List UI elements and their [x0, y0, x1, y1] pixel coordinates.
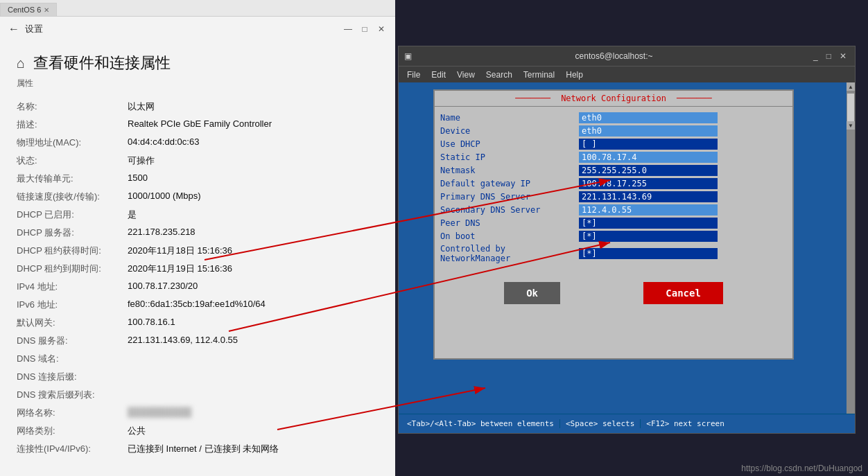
tab-close-icon[interactable]: ✕ [44, 6, 49, 14]
minimize-button[interactable]: — [342, 24, 354, 35]
maximize-button[interactable]: □ [359, 24, 370, 35]
taskbar: CentOS 6 ✕ [0, 0, 395, 17]
scroll-up-button[interactable]: ▲ [847, 82, 855, 91]
net-field-row: Device eth0 [440, 125, 787, 136]
menu-item-view[interactable]: View [451, 67, 480, 82]
prop-value: 221.131.143.69, 112.4.0.55 [128, 332, 379, 350]
prop-label: DNS 搜索后缀列表: [17, 386, 128, 404]
property-row: 状态: 可操作 [17, 152, 379, 170]
prop-value: Realtek PCIe GbE Family Controller [128, 116, 379, 134]
prop-label: 链接速度(接收/传输): [17, 188, 128, 206]
prop-label: IPv6 地址: [17, 296, 128, 314]
net-field-row: Default gateway IP 100.78.17.255 [440, 178, 787, 189]
prop-value: 公共 [128, 422, 379, 440]
scroll-thumb[interactable] [847, 94, 854, 121]
net-config-buttons: Ok Cancel [435, 282, 792, 304]
field-label: Use DHCP [440, 139, 579, 149]
property-row: DHCP 已启用: 是 [17, 206, 379, 224]
terminal-maximize[interactable]: □ [824, 51, 834, 61]
field-label: Static IP [440, 152, 579, 162]
ok-button[interactable]: Ok [504, 282, 560, 304]
terminal-titlebar: ▣ centos6@localhost:~ _ □ ✕ [399, 46, 855, 66]
settings-header: ⌂ 查看硬件和连接属性 [17, 42, 379, 76]
menu-item-edit[interactable]: Edit [426, 67, 451, 82]
terminal-body: ─────── Network Configuration ─────── Na… [399, 82, 855, 414]
field-label: Controlled by NetworkManager [440, 244, 579, 263]
settings-title: 设置 [25, 23, 43, 35]
prop-label: DNS 服务器: [17, 332, 128, 350]
prop-value: 2020年11月18日 15:16:36 [128, 242, 379, 260]
field-value: [*] [579, 231, 718, 242]
prop-label: DNS 连接后缀: [17, 368, 128, 386]
terminal-scrollbar[interactable]: ▲ ▼ [847, 82, 855, 414]
field-label: Netmask [440, 166, 579, 175]
net-config-content: Name eth0 Device eth0 Use DHCP [ ] Stati… [435, 107, 792, 271]
terminal-icon: ▣ [404, 51, 412, 61]
cancel-button[interactable]: Cancel [643, 282, 723, 304]
prop-label: DHCP 已启用: [17, 206, 128, 224]
prop-label: 状态: [17, 152, 128, 170]
tab-label: CentOS 6 [8, 6, 41, 14]
settings-titlebar: ← 设置 — □ ✕ [0, 17, 395, 42]
f12-hint: <F12> next screen [641, 419, 730, 428]
terminal-close[interactable]: ✕ [837, 51, 849, 61]
prop-value: ██████████ [128, 404, 379, 422]
property-row: 描述: Realtek PCIe GbE Family Controller [17, 116, 379, 134]
prop-value [128, 368, 379, 386]
net-field-row: Use DHCP [ ] [440, 139, 787, 150]
prop-value: 是 [128, 206, 379, 224]
close-button[interactable]: ✕ [376, 24, 387, 35]
menu-item-file[interactable]: File [401, 67, 426, 82]
property-row: IPv6 地址: fe80::6da1:35cb:19af:ee1d%10/64 [17, 296, 379, 314]
terminal-title: centos6@localhost:~ [417, 51, 810, 61]
page-title: 查看硬件和连接属性 [33, 53, 171, 73]
menu-item-search[interactable]: Search [480, 67, 518, 82]
field-label: Device [440, 126, 579, 136]
scroll-down-button[interactable]: ▼ [847, 121, 855, 130]
prop-value: 1000/1000 (Mbps) [128, 188, 379, 206]
prop-label: 网络名称: [17, 404, 128, 422]
net-field-row: Name eth0 [440, 112, 787, 123]
net-field-row: On boot [*] [440, 231, 787, 242]
field-value: 221.131.143.69 [579, 191, 718, 202]
field-value: 100.78.17.4 [579, 152, 718, 163]
menu-item-help[interactable]: Help [560, 67, 589, 82]
property-row: DHCP 租约获得时间: 2020年11月18日 15:16:36 [17, 242, 379, 260]
net-field-row: Secondary DNS Server 112.4.0.55 [440, 204, 787, 215]
watermark: https://blog.csdn.net/DuHuangod [741, 464, 862, 473]
settings-window: ← 设置 — □ ✕ ⌂ 查看硬件和连接属性 属性 名称: 以太网 描述: Re… [0, 17, 395, 476]
property-row: 网络名称: ██████████ [17, 404, 379, 422]
centos-tab[interactable]: CentOS 6 ✕ [0, 3, 57, 16]
field-value: 255.255.255.0 [579, 165, 718, 176]
prop-value: 可操作 [128, 152, 379, 170]
terminal-minimize[interactable]: _ [810, 51, 821, 61]
terminal-window: ▣ centos6@localhost:~ _ □ ✕ FileEditView… [398, 46, 856, 434]
field-label: On boot [440, 231, 579, 241]
prop-label: DHCP 租约到期时间: [17, 260, 128, 278]
menu-item-terminal[interactable]: Terminal [518, 67, 560, 82]
prop-label: 物理地址(MAC): [17, 134, 128, 152]
property-row: 链接速度(接收/传输): 1000/1000 (Mbps) [17, 188, 379, 206]
property-row: IPv4 地址: 100.78.17.230/20 [17, 278, 379, 296]
property-row: 网络类别: 公共 [17, 422, 379, 440]
property-row: DNS 服务器: 221.131.143.69, 112.4.0.55 [17, 332, 379, 350]
property-row: DNS 域名: [17, 350, 379, 368]
prop-value: 100.78.16.1 [128, 314, 379, 332]
property-row: 物理地址(MAC): 04:d4:c4:dd:0c:63 [17, 134, 379, 152]
property-row: DNS 搜索后缀列表: [17, 386, 379, 404]
back-button[interactable]: ← [8, 23, 19, 35]
space-hint: <Space> selects [560, 419, 641, 428]
prop-value: 2020年11月19日 15:16:36 [128, 260, 379, 278]
field-value: 112.4.0.55 [579, 204, 718, 215]
property-row: 最大传输单元: 1500 [17, 170, 379, 188]
prop-label: 默认网关: [17, 314, 128, 332]
field-label: Primary DNS Server [440, 192, 579, 202]
prop-label: DNS 域名: [17, 350, 128, 368]
prop-value: fe80::6da1:35cb:19af:ee1d%10/64 [128, 296, 379, 314]
field-label: Secondary DNS Server [440, 205, 579, 215]
properties-table: 名称: 以太网 描述: Realtek PCIe GbE Family Cont… [17, 98, 379, 458]
terminal-menubar: FileEditViewSearchTerminalHelp [399, 66, 855, 82]
property-row: 名称: 以太网 [17, 98, 379, 116]
terminal-statusbar: <Tab>/<Alt-Tab> between elements <Space>… [399, 414, 855, 433]
field-label: Name [440, 113, 579, 123]
